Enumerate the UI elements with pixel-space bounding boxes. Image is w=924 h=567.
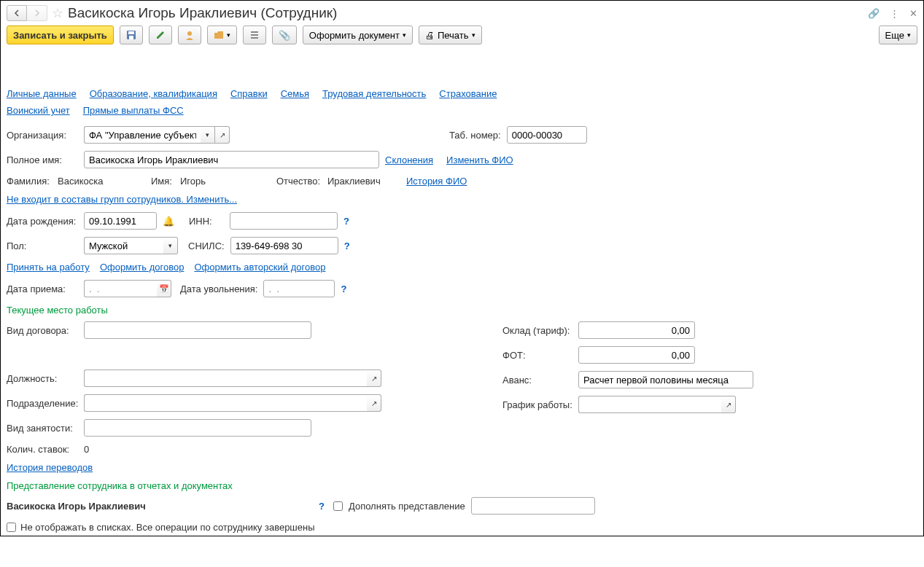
declension-link[interactable]: Склонения [385, 155, 433, 165]
org-dropdown-button[interactable]: ▾ [201, 126, 215, 144]
open-icon: ↗ [220, 131, 225, 139]
make-contract-link[interactable]: Оформить договор [100, 262, 185, 273]
folder-button[interactable]: ▾ [207, 26, 237, 44]
edit-button[interactable] [149, 26, 172, 44]
department-label: Подразделение: [7, 398, 78, 409]
save-button[interactable] [120, 26, 143, 44]
pencil-icon [155, 30, 166, 40]
surname-label: Фамилия: [7, 176, 52, 187]
fire-date-input[interactable] [263, 280, 335, 297]
advance-input[interactable] [578, 371, 753, 388]
open-icon: ↗ [371, 399, 377, 407]
contract-type-input[interactable] [84, 321, 311, 339]
snils-label: СНИЛС: [188, 241, 225, 251]
tab-fss[interactable]: Прямые выплаты ФСС [83, 105, 184, 116]
gender-label: Пол: [7, 241, 78, 251]
tab-education[interactable]: Образование, квалификация [90, 88, 217, 99]
favorite-star-icon[interactable]: ☆ [52, 5, 63, 21]
toolbar: Записать и закрыть ▾ 📎 Оформить документ… [7, 26, 917, 49]
printer-icon: 🖨 [425, 30, 435, 41]
name-label: Имя: [151, 176, 174, 187]
supplement-label: Дополнять представление [349, 501, 465, 512]
print-label: Печать [438, 30, 469, 41]
employment-label: Вид занятости: [7, 423, 78, 434]
make-document-button[interactable]: Оформить документ ▾ [303, 26, 413, 44]
kebab-menu-icon[interactable]: ⋮ [890, 8, 899, 19]
svg-rect-1 [128, 31, 134, 34]
inn-input[interactable] [230, 212, 338, 230]
supplement-checkbox[interactable] [333, 501, 343, 511]
hide-checkbox[interactable] [7, 523, 16, 532]
dropdown-caret-icon: ▾ [907, 31, 911, 39]
name-value: Игорь [180, 176, 271, 187]
print-button[interactable]: 🖨 Печать ▾ [419, 26, 482, 44]
hide-label: Не отображать в списках. Все операции по… [20, 522, 315, 533]
change-fio-link[interactable]: Изменить ФИО [446, 155, 513, 165]
tabnum-input[interactable] [507, 126, 587, 144]
org-open-button[interactable]: ↗ [215, 126, 230, 144]
transfer-history-link[interactable]: История переводов [7, 462, 93, 473]
schedule-label: График работы: [502, 399, 572, 410]
dropdown-caret-icon: ▾ [472, 31, 475, 39]
tab-work[interactable]: Трудовая деятельность [322, 88, 426, 99]
employment-input[interactable] [84, 419, 311, 437]
make-document-label: Оформить документ [309, 30, 400, 41]
position-open-button[interactable]: ↗ [367, 369, 381, 387]
tab-family[interactable]: Семья [281, 88, 309, 99]
surname-value: Васикоска [58, 176, 145, 187]
tab-personal[interactable]: Личные данные [7, 88, 77, 99]
schedule-input[interactable] [578, 396, 721, 413]
schedule-open-button[interactable]: ↗ [721, 396, 736, 413]
arrow-left-icon [13, 9, 20, 17]
nav-forward-button[interactable] [27, 5, 47, 21]
department-open-button[interactable]: ↗ [367, 394, 381, 412]
tab-links-2: Воинский учет Прямые выплаты ФСС [7, 102, 917, 119]
link-icon[interactable]: 🔗 [868, 8, 880, 19]
department-input[interactable] [84, 394, 367, 412]
fire-date-label: Дата увольнения: [180, 284, 257, 294]
tab-refs[interactable]: Справки [230, 88, 268, 99]
fullname-input[interactable] [84, 151, 379, 168]
gender-input[interactable] [84, 237, 163, 254]
rate-count-value: 0 [84, 444, 89, 455]
user-icon [185, 30, 195, 40]
dropdown-caret-icon: ▾ [227, 31, 230, 39]
attach-button[interactable]: 📎 [272, 26, 297, 44]
bell-icon[interactable]: 🔔 [163, 216, 174, 227]
svg-rect-6 [251, 37, 258, 39]
fire-date-help[interactable]: ? [341, 284, 346, 294]
snils-help[interactable]: ? [344, 241, 350, 251]
representation-help[interactable]: ? [319, 501, 325, 512]
fio-history-link[interactable]: История ФИО [406, 176, 467, 187]
svg-point-3 [187, 31, 192, 36]
hire-date-input[interactable] [84, 280, 157, 297]
user-button[interactable] [178, 26, 201, 44]
representation-heading: Представление сотрудника в отчетах и док… [7, 480, 917, 491]
hire-link[interactable]: Принять на работу [7, 262, 90, 273]
groups-link[interactable]: Не входит в составы групп сотрудников. И… [7, 194, 237, 205]
close-icon[interactable]: ✕ [909, 8, 917, 19]
author-contract-link[interactable]: Оформить авторский договор [194, 262, 325, 273]
list-icon [249, 30, 260, 40]
tab-insurance[interactable]: Страхование [439, 88, 497, 99]
inn-help[interactable]: ? [343, 216, 349, 227]
more-button[interactable]: Еще ▾ [879, 26, 917, 44]
supplement-input[interactable] [471, 497, 595, 515]
position-input[interactable] [84, 369, 367, 387]
list-button[interactable] [243, 26, 266, 44]
fot-input[interactable] [578, 346, 695, 364]
more-label: Еще [885, 30, 904, 41]
nav-back-button[interactable] [7, 5, 27, 21]
birth-input[interactable] [84, 212, 157, 230]
org-input[interactable] [84, 126, 201, 144]
fullname-label: Полное имя: [7, 155, 78, 165]
gender-dropdown-button[interactable]: ▾ [163, 237, 178, 254]
current-work-heading: Текущее место работы [7, 305, 917, 316]
tab-military[interactable]: Воинский учет [7, 105, 70, 116]
birth-label: Дата рождения: [7, 216, 78, 227]
hire-date-calendar-button[interactable]: 📅 [157, 280, 171, 297]
position-label: Должность: [7, 373, 78, 384]
salary-input[interactable] [578, 321, 695, 339]
snils-input[interactable] [230, 237, 338, 254]
save-close-button[interactable]: Записать и закрыть [7, 26, 114, 44]
